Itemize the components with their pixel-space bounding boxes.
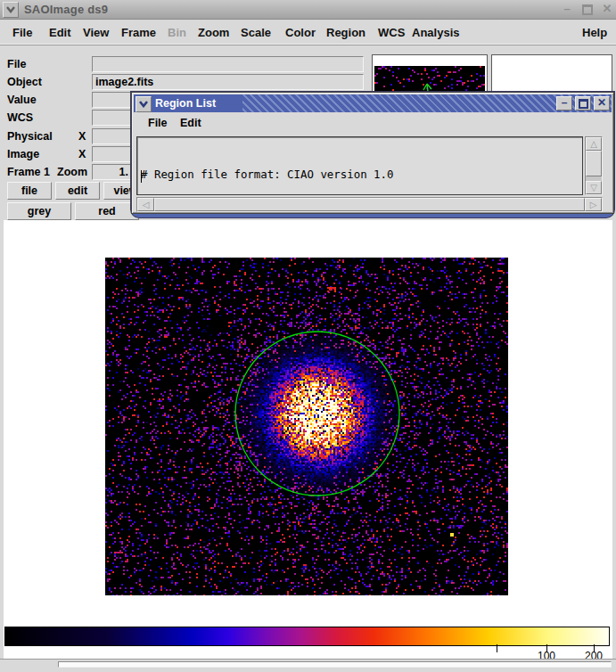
- menu-wcs[interactable]: WCS: [378, 26, 405, 39]
- info-label-frame: Frame 1: [7, 164, 50, 180]
- menu-file[interactable]: File: [12, 26, 32, 39]
- chevron-down-icon: [139, 101, 148, 108]
- buttonbar-edit[interactable]: edit: [55, 182, 100, 200]
- horizontal-scrollbar[interactable]: ◁ ▷: [136, 197, 603, 212]
- maximize-icon[interactable]: [579, 2, 595, 16]
- vertical-scrollbar[interactable]: △ ▽: [585, 136, 603, 195]
- window-menu-button[interactable]: [3, 2, 19, 18]
- maximize-icon[interactable]: [575, 96, 591, 111]
- scroll-left-icon[interactable]: ◁: [137, 198, 154, 211]
- region-menu-edit[interactable]: Edit: [180, 117, 201, 129]
- display-area: 100200: [4, 220, 612, 659]
- info-label-file: File: [7, 56, 27, 72]
- info-label-zoom: Zoom: [57, 164, 87, 180]
- info-field-file[interactable]: [92, 56, 364, 72]
- menu-help[interactable]: Help: [582, 26, 607, 39]
- vertical-scrollbar-thumb[interactable]: [586, 151, 602, 176]
- region-menu-file[interactable]: File: [148, 117, 168, 129]
- info-field-object[interactable]: image2.fits: [92, 74, 364, 90]
- menu-view[interactable]: View: [83, 26, 109, 39]
- menu-color[interactable]: Color: [285, 26, 316, 39]
- info-label-object: Object: [7, 74, 42, 90]
- info-label-wcs: WCS: [7, 110, 33, 126]
- minimize-icon[interactable]: –: [556, 96, 572, 111]
- scroll-right-icon[interactable]: ▷: [585, 198, 602, 211]
- buttonbar-file[interactable]: file: [7, 182, 52, 200]
- window-title: SAOImage ds9: [24, 3, 108, 16]
- info-field-zoom[interactable]: 1.: [92, 164, 132, 180]
- menu-analysis[interactable]: Analysis: [412, 26, 459, 39]
- colorbar[interactable]: 100200: [4, 627, 610, 646]
- info-label-value: Value: [7, 92, 37, 108]
- info-label-image: Image: [7, 146, 39, 162]
- menu-frame[interactable]: Frame: [121, 26, 156, 39]
- close-icon[interactable]: ✕: [594, 96, 610, 111]
- image-canvas[interactable]: [105, 258, 508, 595]
- info-label-physical: Physical: [7, 128, 53, 144]
- region-dialog-title: Region List: [155, 97, 216, 110]
- menu-region[interactable]: Region: [326, 26, 365, 39]
- right-border: [612, 220, 616, 659]
- region-list-text[interactable]: # Region file format: CIAO version 1.0 c…: [136, 136, 583, 195]
- buttonbar-grey[interactable]: grey: [7, 202, 71, 220]
- minimize-icon[interactable]: –: [559, 2, 575, 16]
- menu-edit[interactable]: Edit: [49, 26, 71, 39]
- close-icon[interactable]: ✕: [599, 2, 615, 16]
- bottom-scroll-strip[interactable]: [58, 661, 612, 668]
- buttonbar-red[interactable]: red: [75, 202, 139, 220]
- main-menubar: File Edit View Frame Bin Zoom Scale Colo…: [0, 20, 616, 45]
- region-text-line: # Region file format: CIAO version 1.0: [141, 168, 582, 182]
- info-axis-image-x: X: [78, 146, 86, 162]
- info-axis-physical-x: X: [78, 128, 86, 144]
- horizontal-scrollbar-thumb[interactable]: [154, 198, 585, 211]
- region-dialog-titlebar[interactable]: Region List – ✕: [134, 94, 612, 112]
- saoimage-ds9-window: SAOImage ds9 – ✕ File Edit View Frame Bi…: [0, 0, 616, 672]
- bottom-frame: [0, 659, 616, 672]
- text-cursor: [141, 170, 142, 183]
- scroll-down-icon[interactable]: ▽: [586, 181, 602, 194]
- menu-zoom[interactable]: Zoom: [198, 26, 229, 39]
- region-dialog-menubar: File Edit: [134, 113, 612, 135]
- region-dialog-menu-button[interactable]: [136, 96, 152, 112]
- menu-bin: Bin: [168, 26, 186, 39]
- main-titlebar[interactable]: SAOImage ds9 – ✕: [0, 0, 616, 20]
- chevron-down-icon: [6, 6, 15, 13]
- colorbar-tick: [497, 644, 497, 652]
- region-list-dialog[interactable]: Region List – ✕ File Edit # Region file …: [131, 92, 614, 217]
- scroll-up-icon[interactable]: △: [586, 137, 602, 151]
- menu-scale[interactable]: Scale: [241, 26, 271, 39]
